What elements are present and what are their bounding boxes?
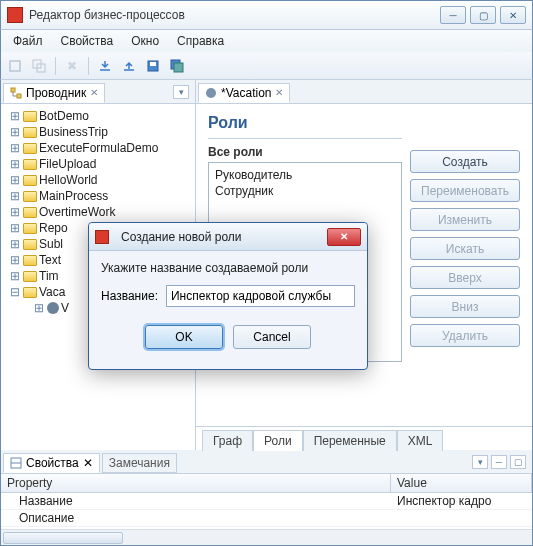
folder-icon (23, 143, 37, 154)
svg-rect-0 (10, 61, 20, 71)
properties-grid[interactable]: Property Value Название Инспектор кадро … (1, 474, 532, 529)
grid-row[interactable]: Описание (1, 510, 532, 527)
close-button[interactable]: ✕ (500, 6, 526, 24)
rename-button[interactable]: Переименовать (410, 179, 520, 202)
scrollbar-thumb[interactable] (3, 532, 123, 544)
role-item[interactable]: Руководитель (215, 167, 395, 183)
expand-icon[interactable]: ⊞ (33, 301, 45, 315)
expand-icon[interactable]: ⊞ (9, 237, 21, 251)
folder-icon (23, 111, 37, 122)
tree-item[interactable]: ⊞MainProcess (3, 188, 193, 204)
new-icon[interactable] (5, 56, 25, 76)
save-icon[interactable] (143, 56, 163, 76)
properties-icon (10, 457, 22, 469)
save-all-icon[interactable] (167, 56, 187, 76)
tab-variables[interactable]: Переменные (303, 430, 397, 451)
window-title: Редактор бизнес-процессов (29, 8, 436, 22)
col-property[interactable]: Property (1, 474, 391, 492)
ok-button[interactable]: OK (145, 325, 223, 349)
col-value[interactable]: Value (391, 474, 532, 492)
properties-panel: Свойства ✕ Замечания ▾ ─ ▢ Property Valu… (0, 450, 533, 546)
process-icon (47, 302, 59, 314)
menu-window[interactable]: Окно (123, 32, 167, 50)
expand-icon[interactable]: ⊞ (9, 109, 21, 123)
expand-icon[interactable]: ⊞ (9, 269, 21, 283)
create-role-dialog: Создание новой роли ✕ Укажите название с… (88, 222, 368, 370)
delete-button[interactable]: Удалить (410, 324, 520, 347)
expand-icon[interactable]: ⊞ (9, 157, 21, 171)
maximize-view-icon[interactable]: ▢ (510, 455, 526, 469)
cell-value[interactable]: Инспектор кадро (391, 493, 532, 509)
tree-item-label: Text (39, 253, 61, 267)
svg-rect-8 (17, 94, 21, 98)
dialog-close-button[interactable]: ✕ (327, 228, 361, 246)
menu-help[interactable]: Справка (169, 32, 232, 50)
down-button[interactable]: Вниз (410, 295, 520, 318)
collapse-icon[interactable]: ⊟ (9, 285, 21, 299)
tab-xml[interactable]: XML (397, 430, 444, 451)
close-icon[interactable]: ✕ (275, 87, 283, 98)
folder-icon (23, 239, 37, 250)
explorer-tab[interactable]: Проводник ✕ (3, 83, 105, 103)
tab-graph[interactable]: Граф (202, 430, 253, 451)
tree-item[interactable]: ⊞BotDemo (3, 108, 193, 124)
tab-properties[interactable]: Свойства ✕ (3, 453, 100, 473)
toolbar-separator (88, 57, 89, 75)
copy-icon[interactable] (29, 56, 49, 76)
tree-item-label: Repo (39, 221, 68, 235)
search-button[interactable]: Искать (410, 237, 520, 260)
horizontal-scrollbar[interactable] (1, 529, 532, 545)
tab-roles[interactable]: Роли (253, 430, 303, 451)
delete-icon[interactable]: ✖ (62, 56, 82, 76)
menu-properties[interactable]: Свойства (53, 32, 122, 50)
tree-item[interactable]: ⊞OvertimeWork (3, 204, 193, 220)
tree-item[interactable]: ⊞BusinessTrip (3, 124, 193, 140)
role-name-input[interactable] (166, 285, 355, 307)
tree-item[interactable]: ⊞FileUpload (3, 156, 193, 172)
close-icon[interactable]: ✕ (90, 87, 98, 98)
roles-heading: Роли (208, 114, 402, 139)
cell-value[interactable] (391, 510, 532, 526)
dialog-instruction: Укажите название создаваемой роли (101, 261, 355, 275)
expand-icon[interactable]: ⊞ (9, 141, 21, 155)
view-menu-icon[interactable]: ▾ (472, 455, 488, 469)
import-icon[interactable] (95, 56, 115, 76)
expand-icon[interactable]: ⊞ (9, 125, 21, 139)
tree-item[interactable]: ⊞ExecuteFormulaDemo (3, 140, 193, 156)
expand-icon[interactable]: ⊞ (9, 189, 21, 203)
maximize-button[interactable]: ▢ (470, 6, 496, 24)
grid-row[interactable]: Название Инспектор кадро (1, 493, 532, 510)
app-icon (95, 230, 109, 244)
window-titlebar[interactable]: Редактор бизнес-процессов ─ ▢ ✕ (0, 0, 533, 30)
create-button[interactable]: Создать (410, 150, 520, 173)
editor-tab-vacation[interactable]: *Vacation ✕ (198, 83, 290, 103)
edit-button[interactable]: Изменить (410, 208, 520, 231)
expand-icon[interactable]: ⊞ (9, 221, 21, 235)
tree-item-label: FileUpload (39, 157, 96, 171)
role-item[interactable]: Сотрудник (215, 183, 395, 199)
svg-rect-7 (11, 88, 15, 92)
tree-item-label: Subl (39, 237, 63, 251)
menubar: Файл Свойства Окно Справка (0, 30, 533, 52)
tree-item-label: MainProcess (39, 189, 108, 203)
folder-icon (23, 127, 37, 138)
menu-file[interactable]: Файл (5, 32, 51, 50)
dialog-titlebar[interactable]: Создание новой роли ✕ (89, 223, 367, 251)
toolbar: ✖ (0, 52, 533, 80)
tab-notes[interactable]: Замечания (102, 453, 177, 473)
close-icon[interactable]: ✕ (83, 456, 93, 470)
tab-properties-label: Свойства (26, 456, 79, 470)
export-icon[interactable] (119, 56, 139, 76)
cancel-button[interactable]: Cancel (233, 325, 311, 349)
name-label: Название: (101, 289, 158, 303)
folder-icon (23, 271, 37, 282)
up-button[interactable]: Вверх (410, 266, 520, 289)
expand-icon[interactable]: ⊞ (9, 205, 21, 219)
minimize-button[interactable]: ─ (440, 6, 466, 24)
tree-item[interactable]: ⊞HelloWorld (3, 172, 193, 188)
view-menu-icon[interactable]: ▾ (173, 85, 189, 99)
minimize-view-icon[interactable]: ─ (491, 455, 507, 469)
folder-icon (23, 207, 37, 218)
expand-icon[interactable]: ⊞ (9, 173, 21, 187)
expand-icon[interactable]: ⊞ (9, 253, 21, 267)
